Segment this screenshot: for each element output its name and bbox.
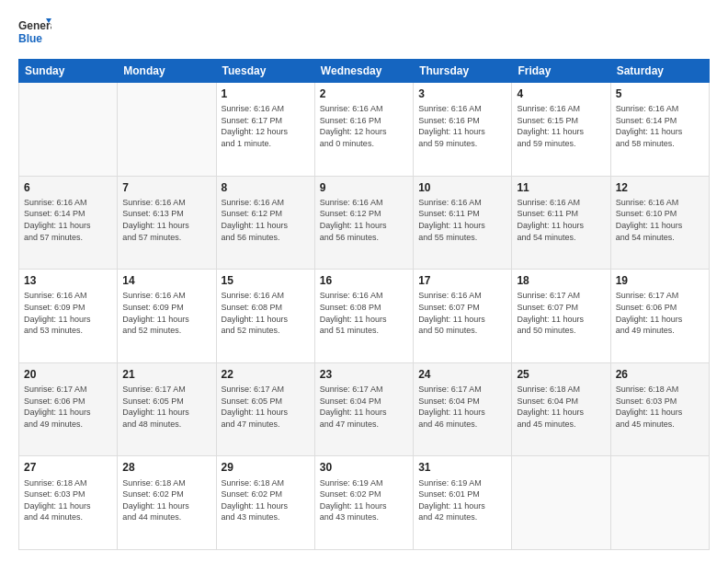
calendar-cell xyxy=(19,83,118,177)
calendar-cell: 2Sunrise: 6:16 AM Sunset: 6:16 PM Daylig… xyxy=(314,83,413,177)
header-row: SundayMondayTuesdayWednesdayThursdayFrid… xyxy=(19,60,710,83)
day-info: Sunrise: 6:19 AM Sunset: 6:01 PM Dayligh… xyxy=(418,477,506,523)
day-number: 8 xyxy=(222,180,310,195)
weekday-header-monday: Monday xyxy=(118,60,216,83)
day-number: 19 xyxy=(616,273,704,288)
page: General Blue SundayMondayTuesdayWednesda… xyxy=(0,0,728,563)
week-row-5: 27Sunrise: 6:18 AM Sunset: 6:03 PM Dayli… xyxy=(19,456,710,550)
day-number: 10 xyxy=(418,180,506,195)
day-info: Sunrise: 6:16 AM Sunset: 6:11 PM Dayligh… xyxy=(418,197,506,243)
calendar-cell: 23Sunrise: 6:17 AM Sunset: 6:04 PM Dayli… xyxy=(314,362,413,456)
day-info: Sunrise: 6:16 AM Sunset: 6:14 PM Dayligh… xyxy=(24,197,112,243)
calendar-cell: 17Sunrise: 6:16 AM Sunset: 6:07 PM Dayli… xyxy=(414,270,512,363)
day-info: Sunrise: 6:16 AM Sunset: 6:17 PM Dayligh… xyxy=(222,103,310,149)
day-info: Sunrise: 6:19 AM Sunset: 6:02 PM Dayligh… xyxy=(320,477,408,523)
day-number: 21 xyxy=(122,367,210,382)
day-info: Sunrise: 6:17 AM Sunset: 6:06 PM Dayligh… xyxy=(24,384,112,430)
calendar-cell: 14Sunrise: 6:16 AM Sunset: 6:09 PM Dayli… xyxy=(118,270,216,363)
day-info: Sunrise: 6:17 AM Sunset: 6:04 PM Dayligh… xyxy=(418,384,506,430)
day-number: 9 xyxy=(320,180,408,195)
day-info: Sunrise: 6:17 AM Sunset: 6:06 PM Dayligh… xyxy=(616,290,704,336)
day-info: Sunrise: 6:16 AM Sunset: 6:16 PM Dayligh… xyxy=(320,103,408,149)
day-number: 17 xyxy=(418,273,506,288)
logo: General Blue xyxy=(18,17,51,50)
logo-svg: General Blue xyxy=(18,17,51,50)
day-info: Sunrise: 6:16 AM Sunset: 6:15 PM Dayligh… xyxy=(517,103,605,149)
day-info: Sunrise: 6:18 AM Sunset: 6:03 PM Dayligh… xyxy=(24,477,112,523)
day-info: Sunrise: 6:16 AM Sunset: 6:11 PM Dayligh… xyxy=(517,197,605,243)
weekday-header-thursday: Thursday xyxy=(414,60,512,83)
day-number: 5 xyxy=(616,86,704,101)
calendar-cell: 20Sunrise: 6:17 AM Sunset: 6:06 PM Dayli… xyxy=(19,362,118,456)
day-number: 27 xyxy=(24,460,112,475)
calendar-cell: 8Sunrise: 6:16 AM Sunset: 6:12 PM Daylig… xyxy=(216,176,314,270)
calendar-cell: 13Sunrise: 6:16 AM Sunset: 6:09 PM Dayli… xyxy=(19,270,118,363)
day-info: Sunrise: 6:17 AM Sunset: 6:07 PM Dayligh… xyxy=(517,290,605,336)
calendar-cell xyxy=(512,456,610,550)
day-number: 22 xyxy=(222,367,310,382)
day-info: Sunrise: 6:16 AM Sunset: 6:10 PM Dayligh… xyxy=(616,197,704,243)
day-info: Sunrise: 6:18 AM Sunset: 6:02 PM Dayligh… xyxy=(222,477,310,523)
day-number: 23 xyxy=(320,367,408,382)
calendar-cell: 6Sunrise: 6:16 AM Sunset: 6:14 PM Daylig… xyxy=(19,176,118,270)
day-info: Sunrise: 6:16 AM Sunset: 6:07 PM Dayligh… xyxy=(418,290,506,336)
day-info: Sunrise: 6:17 AM Sunset: 6:05 PM Dayligh… xyxy=(222,384,310,430)
day-info: Sunrise: 6:16 AM Sunset: 6:13 PM Dayligh… xyxy=(122,197,210,243)
day-number: 16 xyxy=(320,273,408,288)
calendar-cell: 11Sunrise: 6:16 AM Sunset: 6:11 PM Dayli… xyxy=(512,176,610,270)
calendar-table: SundayMondayTuesdayWednesdayThursdayFrid… xyxy=(18,59,710,550)
day-number: 20 xyxy=(24,367,112,382)
day-info: Sunrise: 6:16 AM Sunset: 6:12 PM Dayligh… xyxy=(320,197,408,243)
calendar-cell: 24Sunrise: 6:17 AM Sunset: 6:04 PM Dayli… xyxy=(414,362,512,456)
day-number: 13 xyxy=(24,273,112,288)
weekday-header-tuesday: Tuesday xyxy=(216,60,314,83)
calendar-cell: 21Sunrise: 6:17 AM Sunset: 6:05 PM Dayli… xyxy=(118,362,216,456)
calendar-cell: 27Sunrise: 6:18 AM Sunset: 6:03 PM Dayli… xyxy=(19,456,118,550)
day-info: Sunrise: 6:18 AM Sunset: 6:03 PM Dayligh… xyxy=(616,384,704,430)
day-number: 6 xyxy=(24,180,112,195)
day-info: Sunrise: 6:16 AM Sunset: 6:16 PM Dayligh… xyxy=(418,103,506,149)
day-number: 28 xyxy=(122,460,210,475)
weekday-header-sunday: Sunday xyxy=(19,60,118,83)
day-number: 18 xyxy=(517,273,605,288)
week-row-1: 1Sunrise: 6:16 AM Sunset: 6:17 PM Daylig… xyxy=(19,83,710,177)
day-number: 24 xyxy=(418,367,506,382)
calendar-cell: 25Sunrise: 6:18 AM Sunset: 6:04 PM Dayli… xyxy=(512,362,610,456)
day-number: 29 xyxy=(222,460,310,475)
calendar-cell: 30Sunrise: 6:19 AM Sunset: 6:02 PM Dayli… xyxy=(314,456,413,550)
day-number: 7 xyxy=(122,180,210,195)
calendar-cell: 31Sunrise: 6:19 AM Sunset: 6:01 PM Dayli… xyxy=(414,456,512,550)
day-number: 1 xyxy=(222,86,310,101)
calendar-cell: 7Sunrise: 6:16 AM Sunset: 6:13 PM Daylig… xyxy=(118,176,216,270)
weekday-header-friday: Friday xyxy=(512,60,610,83)
day-info: Sunrise: 6:17 AM Sunset: 6:04 PM Dayligh… xyxy=(320,384,408,430)
day-number: 3 xyxy=(418,86,506,101)
calendar-cell: 15Sunrise: 6:16 AM Sunset: 6:08 PM Dayli… xyxy=(216,270,314,363)
day-info: Sunrise: 6:16 AM Sunset: 6:08 PM Dayligh… xyxy=(222,290,310,336)
calendar-cell: 9Sunrise: 6:16 AM Sunset: 6:12 PM Daylig… xyxy=(314,176,413,270)
calendar-cell: 16Sunrise: 6:16 AM Sunset: 6:08 PM Dayli… xyxy=(314,270,413,363)
calendar-cell xyxy=(610,456,709,550)
calendar-cell: 4Sunrise: 6:16 AM Sunset: 6:15 PM Daylig… xyxy=(512,83,610,177)
calendar-cell: 10Sunrise: 6:16 AM Sunset: 6:11 PM Dayli… xyxy=(414,176,512,270)
day-info: Sunrise: 6:16 AM Sunset: 6:09 PM Dayligh… xyxy=(122,290,210,336)
day-number: 2 xyxy=(320,86,408,101)
calendar-cell: 12Sunrise: 6:16 AM Sunset: 6:10 PM Dayli… xyxy=(610,176,709,270)
day-info: Sunrise: 6:17 AM Sunset: 6:05 PM Dayligh… xyxy=(122,384,210,430)
day-info: Sunrise: 6:18 AM Sunset: 6:04 PM Dayligh… xyxy=(517,384,605,430)
calendar-cell: 1Sunrise: 6:16 AM Sunset: 6:17 PM Daylig… xyxy=(216,83,314,177)
calendar-cell: 18Sunrise: 6:17 AM Sunset: 6:07 PM Dayli… xyxy=(512,270,610,363)
week-row-4: 20Sunrise: 6:17 AM Sunset: 6:06 PM Dayli… xyxy=(19,362,710,456)
day-number: 11 xyxy=(517,180,605,195)
day-info: Sunrise: 6:16 AM Sunset: 6:14 PM Dayligh… xyxy=(616,103,704,149)
svg-text:General: General xyxy=(18,19,51,32)
calendar-cell: 19Sunrise: 6:17 AM Sunset: 6:06 PM Dayli… xyxy=(610,270,709,363)
calendar-cell: 3Sunrise: 6:16 AM Sunset: 6:16 PM Daylig… xyxy=(414,83,512,177)
day-info: Sunrise: 6:16 AM Sunset: 6:08 PM Dayligh… xyxy=(320,290,408,336)
calendar-cell xyxy=(118,83,216,177)
calendar-cell: 22Sunrise: 6:17 AM Sunset: 6:05 PM Dayli… xyxy=(216,362,314,456)
day-number: 14 xyxy=(122,273,210,288)
day-number: 4 xyxy=(517,86,605,101)
calendar-cell: 5Sunrise: 6:16 AM Sunset: 6:14 PM Daylig… xyxy=(610,83,709,177)
week-row-3: 13Sunrise: 6:16 AM Sunset: 6:09 PM Dayli… xyxy=(19,270,710,363)
